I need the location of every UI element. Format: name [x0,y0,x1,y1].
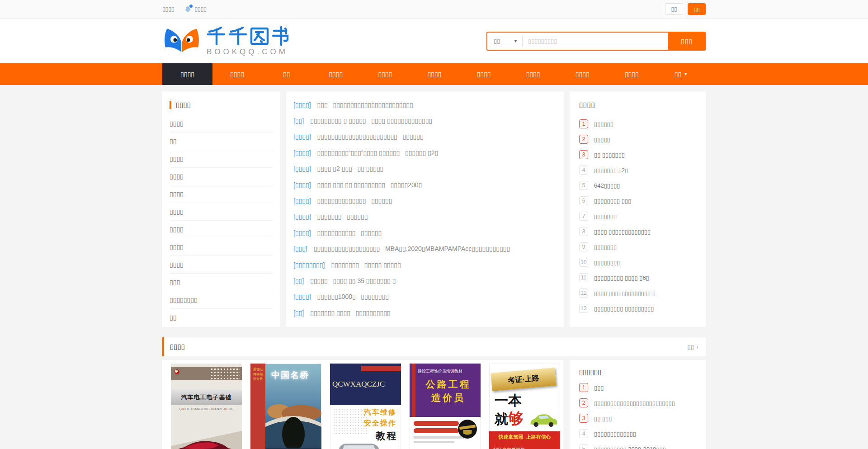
search-input[interactable] [523,33,668,50]
category-item[interactable]: ▯▯▯▯ [170,238,273,256]
ranking-item[interactable]: 6 ▯▯▯▯▯▯▯▯ ▯▯▯ [579,193,696,208]
news-item[interactable]: ▯▯▯▯ ▯▯▯▯▯▯▯▯▯▯▯ ▯▯▯▯▯▯ [293,225,557,241]
rank-badge: 3 [579,414,588,423]
news-title: ▯▯▯▯▯▯▯▯▯ ▯ ▯▯▯▯▯ ▯▯▯▯ ▯▯▯▯▯▯▯▯▯▯▯▯▯ [310,117,432,124]
book-cover-3[interactable]: QCWXAQCZJC 汽车维修 安全操作 教程 [330,364,401,449]
news-tag: ▯▯▯▯▯▯▯▯ [293,261,325,269]
ranking-item[interactable]: 10 ▯▯▯▯▯▯▯▯ [579,255,696,270]
nav-item[interactable]: ▯▯▯▯ ▼ [162,63,212,85]
book-cover-2[interactable]: 新世纪百科知识金典 中国名桥 [250,364,321,449]
hot-list-item[interactable]: 3 ▯▯ ▯▯▯ [579,411,696,426]
category-item[interactable]: ▯▯▯▯ [170,185,273,203]
news-item[interactable]: ▯▯▯▯ ▯▯▯▯▯▯▯▯▯“▯▯▯”▯▯▯▯ ▯▯▯▯▯▯ ▯▯▯▯▯▯ ▯2… [293,145,557,161]
more-link[interactable]: ▯▯ + [687,344,699,350]
hot-list-item[interactable]: 4 ▯▯▯▯▯▯▯▯▯▯▯▯▯ [579,426,696,441]
news-item[interactable]: ▯▯▯▯ ▯▯▯▯▯▯▯▯▯▯▯▯▯▯▯▯▯▯▯▯▯▯▯ ▯▯▯▯▯▯ [293,129,557,145]
ranking-item[interactable]: 5 642▯▯▯▯▯ [579,178,696,193]
rank-badge: 11 [579,273,588,282]
rank-badge: 3 [579,150,588,159]
cover4-title-line1: 公路工程 [416,378,481,391]
news-tag: ▯▯ [293,117,304,124]
ranking-item[interactable]: 13 ▯▯▯▯▯▯▯▯▯ ▯▯▯▯▯▯▯▯▯ [579,301,696,316]
topbar-link-2[interactable]: ▯▯▯▯ [194,6,206,12]
cover5-big2-red: 够 [508,410,524,427]
news-item[interactable]: ▯▯▯▯ ▯▯▯ ▯▯▯▯▯▯▯▯▯▯▯▯▯▯▯▯▯▯▯▯▯▯▯ [293,97,557,113]
ranking-item[interactable]: 8 ▯▯▯▯ ▯▯▯▯▯▯▯▯▯▯▯▯▯ [579,224,696,239]
register-button[interactable]: ▯▯ [688,3,706,15]
rank-badge: 13 [579,304,588,313]
category-item[interactable]: ▯▯▯▯ [170,221,273,238]
book-cover-1[interactable]: 汽车电工电子基础 QICHE DIANGONG DIANZI JICHU [171,364,242,449]
ranking-item[interactable]: 7 ▯▯▯▯▯▯▯ [579,208,696,224]
ranking-item[interactable]: 2 ▯▯▯▯▯ [579,132,696,147]
news-item[interactable]: ▯▯ ▯▯▯▯▯▯▯▯▯ ▯ ▯▯▯▯▯ ▯▯▯▯ ▯▯▯▯▯▯▯▯▯▯▯▯▯ [293,113,557,128]
category-item[interactable]: ▯▯ [170,309,273,326]
nav-item[interactable]: ▯▯▯▯ ▼ [410,63,459,85]
ranking-panel: ▯▯▯▯ 1 ▯▯▯▯▯▯ 2 ▯▯▯▯▯ 3 ▯▯ ▯▯▯▯▯▯▯ 4 ▯▯▯… [570,91,706,327]
cover5-big2: 就 [495,411,508,426]
hot-list-item[interactable]: 2 ▯▯▯▯▯▯▯▯▯▯▯▯▯▯▯▯▯▯▯▯▯▯▯▯▯ [579,395,696,411]
news-item[interactable]: ▯▯ ▯▯▯▯▯ ▯▯▯▯ ▯▯ 35 ▯▯▯▯▯▯▯ ▯ [293,273,557,288]
category-item[interactable]: ▯▯ [170,132,273,150]
ranking-item[interactable]: 1 ▯▯▯▯▯▯ [579,116,696,132]
ranking-item[interactable]: 12 ▯▯▯▯ ▯▯▯▯▯▯▯▯▯▯▯▯▯ ▯ [579,285,696,301]
category-item[interactable]: ▯▯▯▯ [170,203,273,221]
nav-item[interactable]: ▯▯▯▯ ▼ [212,63,262,85]
cover4-banner: 建设工程造价员培训教材 [418,369,479,374]
category-item[interactable]: ▯▯▯▯ [170,115,273,132]
book-cover-4[interactable]: 建设工程造价员培训教材 公路工程 造价员 快 准 全 [410,364,481,449]
news-item[interactable]: ▯▯▯▯ ▯▯▯▯ ▯▯▯ ▯▯ ▯▯▯▯▯▯▯▯▯ ▯▯▯▯▯200▯ [293,177,557,193]
news-item[interactable]: ▯▯ ▯▯▯▯▯▯▯ ▯▯▯▯ ▯▯▯▯▯▯▯▯▯▯ [293,305,557,321]
ranking-item[interactable]: 9 ▯▯▯▯▯▯▯ [579,239,696,255]
category-item[interactable]: ▯▯▯▯▯▯▯▯ [170,291,273,309]
news-item[interactable]: ▯▯▯▯ ▯▯▯▯▯▯▯ ▯▯▯▯▯▯ [293,209,557,225]
nav-item[interactable]: ▯▯ ▼ [262,63,311,85]
rank-badge: 2 [579,135,588,144]
ranking-item[interactable]: 4 ▯▯▯▯▯▯▯ ▯2▯ [579,162,696,178]
ranking-item[interactable]: 11 ▯▯▯▯▯▯▯▯▯ ▯▯▯▯ ▯6▯ [579,270,696,285]
category-item[interactable]: ▯▯▯▯ [170,168,273,185]
news-item[interactable]: ▯▯▯ ▯▯▯▯▯▯▯▯▯▯▯▯▯▯▯▯▯▯▯ MBA▯▯.2020▯MBAMP… [293,241,557,257]
category-item[interactable]: ▯▯▯▯ [170,256,273,274]
topbar-link-1[interactable]: ▯▯▯▯ [162,6,174,12]
recommend-band: ▯▯▯▯ ▯▯ + [162,337,706,356]
news-tag: ▯▯▯▯ [293,133,311,140]
ranking-item[interactable]: 3 ▯▯ ▯▯▯▯▯▯▯ [579,147,696,162]
ranking-title: ▯▯▯▯ [579,100,696,109]
nav-item[interactable]: ▯▯▯▯ ▼ [607,63,656,85]
nav-item[interactable]: ▯▯▯▯ ▼ [459,63,508,85]
news-title: ▯▯▯▯▯▯▯▯▯▯▯ ▯▯▯▯▯▯ [317,229,382,236]
rank-badge: 5 [579,181,588,190]
rank-item-title: ▯▯▯▯▯▯▯ [594,244,617,250]
news-tag: ▯▯▯▯ [293,149,311,156]
logo-domain: BOOKQQ.COM [207,47,291,57]
news-item[interactable]: ▯▯▯▯ ▯▯▯▯▯▯▯▯▯▯▯▯▯▯ ▯▯▯▯▯▯ [293,193,557,208]
search-category-dropdown[interactable]: ▯▯ ▼ [487,35,523,47]
rank-badge: 12 [579,288,588,298]
hot-list-item[interactable]: 1 ▯▯▯ [579,380,696,395]
login-button[interactable]: ▯▯ [665,3,683,15]
book-cover-5[interactable]: 考证·上路 一本 就够 快速拿驾照 上路有信心 100 张实景照片 100 项要… [489,364,560,449]
news-item[interactable]: ▯▯▯▯ ▯▯▯▯ ▯2 ▯▯▯ ▯▯ ▯▯▯▯▯ [293,161,557,177]
rank-item-title: ▯▯▯▯ ▯▯▯▯▯▯▯▯▯▯▯▯▯ ▯ [594,290,656,297]
rank-item-title: ▯▯▯▯▯▯▯▯▯ ▯▯▯▯▯▯▯▯▯ [594,305,654,312]
category-item[interactable]: ▯▯▯▯ [170,150,273,168]
nav-item[interactable]: ▯▯▯▯ ▼ [509,63,558,85]
nav-item[interactable]: ▯▯▯▯ ▼ [360,63,410,85]
nav-item[interactable]: ▯▯ ▼ [656,63,706,85]
site-logo[interactable]: BOOKQQ.COM [162,25,291,57]
accent-bar [170,101,171,109]
rank-badge: 9 [579,242,588,251]
nav-item[interactable]: ▯▯▯▯ ▼ [558,63,607,85]
hot-item-title: ▯▯▯▯▯▯▯▯▯▯ 2008-2018▯▯▯ [594,446,666,449]
nav-item[interactable]: ▯▯▯▯ ▼ [311,63,360,85]
news-title: ▯▯▯▯▯▯▯ ▯▯▯▯ ▯▯▯▯▯▯▯▯▯▯ [310,309,390,317]
news-item[interactable]: ▯▯▯▯▯▯▯▯ ▯▯▯▯▯▯▯▯ ▯▯▯▯▯ ▯▯▯▯▯ [293,257,557,273]
hot-list-item[interactable]: 5 ▯▯▯▯▯▯▯▯▯▯ 2008-2018▯▯▯ [579,441,696,449]
news-item[interactable]: ▯▯▯▯ ▯▯▯▯▯▯1000▯ ▯▯▯▯▯▯▯▯ [293,289,557,305]
category-panel: ▯▯▯▯ ▯▯▯▯▯▯▯▯▯▯▯▯▯▯▯▯▯▯▯▯▯▯▯▯▯▯▯▯▯▯▯▯▯▯▯… [162,91,280,327]
category-item[interactable]: ▯▯▯ [170,274,273,291]
cover1-title: 汽车电工电子基础 [171,390,242,405]
news-panel: ▯▯▯▯ ▯▯▯ ▯▯▯▯▯▯▯▯▯▯▯▯▯▯▯▯▯▯▯▯▯▯▯ ▯▯ ▯▯▯▯… [286,91,564,327]
search-button[interactable]: ▯▯▯ [668,32,706,51]
